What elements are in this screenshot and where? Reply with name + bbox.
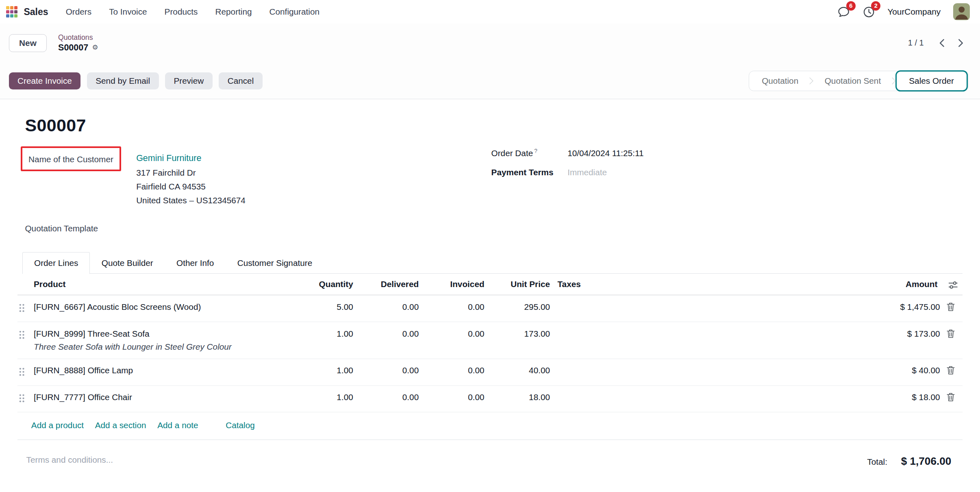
- delivered-cell[interactable]: 0.00: [359, 359, 425, 385]
- product-description: Three Seater Sofa with Lounger in Steel …: [34, 342, 289, 352]
- unit-price-cell[interactable]: 18.00: [491, 385, 556, 412]
- drag-handle-icon[interactable]: [19, 366, 25, 376]
- col-delivered[interactable]: Delivered: [359, 274, 425, 295]
- order-line-row[interactable]: [FURN_8999] Three-Seat Sofa Three Seater…: [17, 322, 963, 359]
- delete-line-icon[interactable]: [947, 366, 955, 375]
- tab-other-info[interactable]: Other Info: [165, 252, 226, 274]
- drag-handle-icon[interactable]: [19, 329, 25, 340]
- menu-item[interactable]: To Invoice: [100, 1, 156, 22]
- page: Sales Orders To Invoice Products Reporti…: [0, 0, 980, 492]
- create-invoice-button[interactable]: Create Invoice: [9, 72, 81, 89]
- menu-item[interactable]: Configuration: [261, 1, 328, 22]
- add-line-link[interactable]: Add a product: [31, 420, 84, 430]
- product-name[interactable]: [FURN_6667] Acoustic Bloc Screens (Wood): [34, 302, 289, 312]
- app-name[interactable]: Sales: [24, 7, 48, 17]
- col-product[interactable]: Product: [34, 274, 294, 295]
- tab-order-lines[interactable]: Order Lines: [22, 252, 90, 274]
- product-name[interactable]: [FURN_7777] Office Chair: [34, 392, 289, 402]
- col-unit-price[interactable]: Unit Price: [491, 274, 556, 295]
- chevron-left-icon: [939, 39, 945, 48]
- breadcrumb-current: S00007: [58, 42, 88, 53]
- optional-columns-icon[interactable]: [949, 281, 958, 289]
- quantity-cell[interactable]: 5.00: [294, 295, 359, 322]
- record-title[interactable]: S00007: [25, 115, 962, 135]
- order-line-row[interactable]: [FURN_8888] Office Lamp 1.00 0.00 0.00 4…: [17, 359, 963, 385]
- terms-input[interactable]: Terms and conditions...: [26, 455, 113, 465]
- delivered-cell[interactable]: 0.00: [359, 295, 425, 322]
- breadcrumb: Quotations S00007 ⚙: [58, 33, 98, 53]
- status-quotation[interactable]: Quotation: [751, 71, 810, 91]
- customer-link[interactable]: Gemini Furniture: [136, 153, 201, 163]
- pager-next-button[interactable]: [953, 36, 969, 50]
- status-quotation-sent[interactable]: Quotation Sent: [813, 71, 892, 91]
- menu-item[interactable]: Orders: [57, 1, 100, 22]
- unit-price-cell[interactable]: 40.00: [491, 359, 556, 385]
- taxes-cell[interactable]: [556, 385, 821, 412]
- delete-line-icon[interactable]: [947, 392, 955, 402]
- catalog-link[interactable]: Catalog: [226, 420, 255, 430]
- address-line: United States – US12345674: [136, 194, 246, 207]
- apps-grid-icon[interactable]: [6, 6, 17, 17]
- status-sales-order[interactable]: Sales Order: [895, 70, 968, 91]
- menu-item[interactable]: Reporting: [206, 1, 261, 22]
- avatar[interactable]: [953, 3, 970, 20]
- form-sheet: S00007 Name of the Customer Gemini Furni…: [0, 99, 980, 492]
- breadcrumb-quotations-link[interactable]: Quotations: [58, 33, 98, 42]
- delete-line-icon[interactable]: [947, 329, 955, 338]
- taxes-cell[interactable]: [556, 359, 821, 385]
- invoiced-cell[interactable]: 0.00: [425, 322, 491, 359]
- delivered-cell[interactable]: 0.00: [359, 322, 425, 359]
- quantity-cell[interactable]: 1.00: [294, 385, 359, 412]
- order-date-value[interactable]: 10/04/2024 11:25:11: [567, 148, 643, 158]
- invoiced-cell[interactable]: 0.00: [425, 385, 491, 412]
- delete-line-icon[interactable]: [947, 302, 955, 311]
- sheet-footer: Terms and conditions... Total: $ 1,706.0…: [17, 440, 963, 468]
- total-label: Total:: [867, 457, 887, 467]
- add-line-link[interactable]: Add a note: [157, 420, 198, 430]
- company-menu[interactable]: YourCompany: [887, 7, 941, 17]
- drag-handle-icon[interactable]: [19, 392, 25, 403]
- unit-price-cell[interactable]: 295.00: [491, 295, 556, 322]
- gear-icon[interactable]: ⚙: [92, 43, 98, 52]
- total-value: $ 1,706.00: [901, 455, 951, 468]
- drag-handle-icon[interactable]: [19, 302, 25, 313]
- send-by-email-button[interactable]: Send by Email: [87, 72, 159, 89]
- menu-item[interactable]: Products: [156, 1, 206, 22]
- col-quantity[interactable]: Quantity: [294, 274, 359, 295]
- add-line-link[interactable]: Add a section: [95, 420, 146, 430]
- cancel-button[interactable]: Cancel: [219, 72, 263, 89]
- amount-cell: $ 40.00: [821, 359, 943, 385]
- invoiced-cell[interactable]: 0.00: [425, 359, 491, 385]
- taxes-cell[interactable]: [556, 322, 821, 359]
- order-line-row[interactable]: [FURN_7777] Office Chair 1.00 0.00 0.00 …: [17, 385, 963, 412]
- messages-button[interactable]: 6: [837, 6, 850, 18]
- totals-block: Total: $ 1,706.00: [867, 455, 954, 468]
- tab-customer-signature[interactable]: Customer Signature: [226, 252, 324, 274]
- navbar: Sales Orders To Invoice Products Reporti…: [0, 0, 980, 24]
- quotation-template-input[interactable]: [117, 224, 254, 234]
- activities-button[interactable]: 2: [863, 6, 875, 18]
- taxes-cell[interactable]: [556, 295, 821, 322]
- product-name[interactable]: [FURN_8888] Office Lamp: [34, 366, 289, 375]
- unit-price-cell[interactable]: 173.00: [491, 322, 556, 359]
- app-menu: Orders To Invoice Products Reporting Con…: [57, 1, 328, 22]
- delivered-cell[interactable]: 0.00: [359, 385, 425, 412]
- new-button[interactable]: New: [9, 34, 47, 52]
- product-name[interactable]: [FURN_8999] Three-Seat Sofa: [34, 329, 289, 339]
- tab-quote-builder[interactable]: Quote Builder: [90, 252, 165, 274]
- order-lines-table: Product Quantity Delivered Invoiced Unit…: [17, 274, 963, 412]
- customer-label: Name of the Customer: [28, 155, 113, 164]
- col-invoiced[interactable]: Invoiced: [425, 274, 491, 295]
- quantity-cell[interactable]: 1.00: [294, 359, 359, 385]
- invoiced-cell[interactable]: 0.00: [425, 295, 491, 322]
- col-amount[interactable]: Amount: [821, 274, 943, 295]
- table-header-row: Product Quantity Delivered Invoiced Unit…: [17, 274, 963, 295]
- quantity-cell[interactable]: 1.00: [294, 322, 359, 359]
- amount-cell: $ 173.00: [821, 322, 943, 359]
- line-links: Add a product Add a section Add a note C…: [17, 412, 963, 440]
- payment-terms-value[interactable]: Immediate: [567, 168, 607, 177]
- preview-button[interactable]: Preview: [165, 72, 213, 89]
- pager-prev-button[interactable]: [934, 36, 949, 50]
- col-taxes[interactable]: Taxes: [556, 274, 821, 295]
- order-line-row[interactable]: [FURN_6667] Acoustic Bloc Screens (Wood)…: [17, 295, 963, 322]
